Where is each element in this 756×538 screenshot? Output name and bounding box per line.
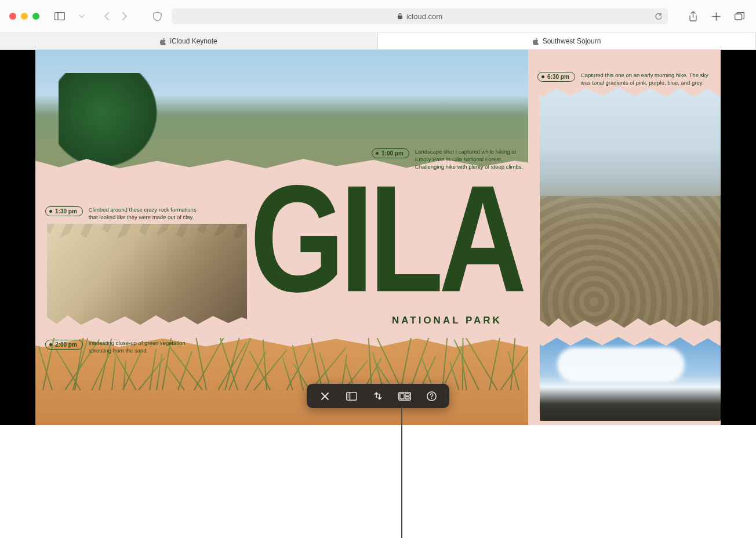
url-text: icloud.com: [406, 12, 442, 21]
slide-navigator-button[interactable]: [345, 390, 358, 402]
help-icon: [427, 391, 437, 401]
note-130pm: 1:30 pm Climbed around these crazy rock …: [45, 206, 205, 221]
slideshow-toolbar: [307, 384, 449, 408]
time-pill: 2:00 pm: [45, 340, 83, 350]
slide-title: GILA: [250, 175, 546, 304]
reload-button[interactable]: [655, 12, 662, 20]
time-pill: 6:30 pm: [537, 72, 575, 82]
presentation-viewport: GILA NATIONAL PARK 1:00 pm Landscape sho…: [0, 50, 756, 425]
back-button[interactable]: [99, 9, 114, 24]
exit-slideshow-button[interactable]: [318, 390, 331, 402]
svg-point-14: [431, 398, 432, 399]
forward-button[interactable]: [117, 9, 132, 24]
photo-sky-hill: [540, 337, 721, 421]
tab-overview-icon: [735, 12, 744, 20]
svg-rect-2: [398, 16, 402, 19]
svg-rect-10: [400, 394, 404, 399]
time-pill: 1:00 pm: [372, 148, 409, 158]
window-titlebar: icloud.com: [0, 0, 756, 32]
apple-logo-icon: [160, 38, 166, 45]
keynote-live-icon: [398, 392, 411, 401]
reload-icon: [655, 12, 662, 20]
note-caption: Landscape shot I captured while hiking a…: [415, 148, 531, 170]
sidebar-menu-chevron[interactable]: [74, 9, 89, 24]
lock-icon: [397, 13, 403, 20]
tab-southwest-sojourn[interactable]: Southwest Sojourn: [378, 33, 756, 49]
chevron-left-icon: [104, 12, 109, 20]
photo-rock-formations: [47, 224, 247, 325]
help-button[interactable]: [425, 390, 438, 402]
toolbar-right: [685, 9, 747, 24]
note-caption: Climbed around these crazy rock formatio…: [89, 206, 205, 221]
traffic-lights: [9, 13, 39, 20]
plus-icon: [712, 12, 721, 21]
note-630pm: 6:30 pm Captured this one on an early mo…: [537, 72, 714, 87]
address-bar[interactable]: icloud.com: [172, 8, 668, 24]
note-1pm: 1:00 pm Landscape shot I captured while …: [372, 148, 531, 170]
time-pill: 1:30 pm: [45, 206, 83, 216]
svg-rect-0: [55, 13, 65, 20]
note-caption: Interesting close-up of green vegetation…: [89, 340, 205, 355]
minimize-window-button[interactable]: [21, 13, 28, 20]
privacy-shield-icon: [153, 12, 162, 21]
slide-canvas[interactable]: GILA NATIONAL PARK 1:00 pm Landscape sho…: [35, 50, 721, 425]
close-icon: [321, 392, 329, 401]
note-caption: Captured this one on an early morning hi…: [581, 72, 714, 87]
sidebar-icon: [54, 12, 65, 20]
fullscreen-icon: [373, 391, 383, 401]
svg-rect-11: [405, 394, 409, 396]
keynote-live-layouts-button[interactable]: [398, 390, 411, 402]
tab-label: iCloud Keynote: [170, 37, 217, 45]
note-2pm: 2:00 pm Interesting close-up of green ve…: [45, 340, 205, 355]
apple-logo-icon: [533, 38, 539, 45]
slide-navigator-icon: [346, 392, 357, 401]
tab-bar: iCloud Keynote Southwest Sojourn: [0, 32, 756, 50]
zoom-window-button[interactable]: [32, 13, 39, 20]
share-icon: [689, 11, 697, 21]
fullscreen-button[interactable]: [372, 390, 384, 402]
chevron-down-icon: [79, 14, 85, 18]
navigation-buttons: [99, 9, 132, 24]
svg-rect-12: [405, 397, 409, 399]
new-tab-button[interactable]: [708, 9, 724, 24]
chevron-right-icon: [122, 12, 128, 20]
close-window-button[interactable]: [9, 13, 16, 20]
callout-pointer-line: [401, 407, 402, 538]
tab-label: Southwest Sojourn: [543, 37, 601, 45]
privacy-report-button[interactable]: [150, 12, 165, 21]
sidebar-toggle-button[interactable]: [52, 9, 67, 24]
slide-subtitle: NATIONAL PARK: [392, 315, 502, 326]
share-button[interactable]: [685, 9, 700, 24]
tab-icloud-keynote[interactable]: iCloud Keynote: [0, 33, 378, 49]
svg-rect-3: [735, 14, 742, 20]
photo-hills-dusk: [540, 88, 721, 328]
tab-overview-button[interactable]: [732, 9, 747, 24]
